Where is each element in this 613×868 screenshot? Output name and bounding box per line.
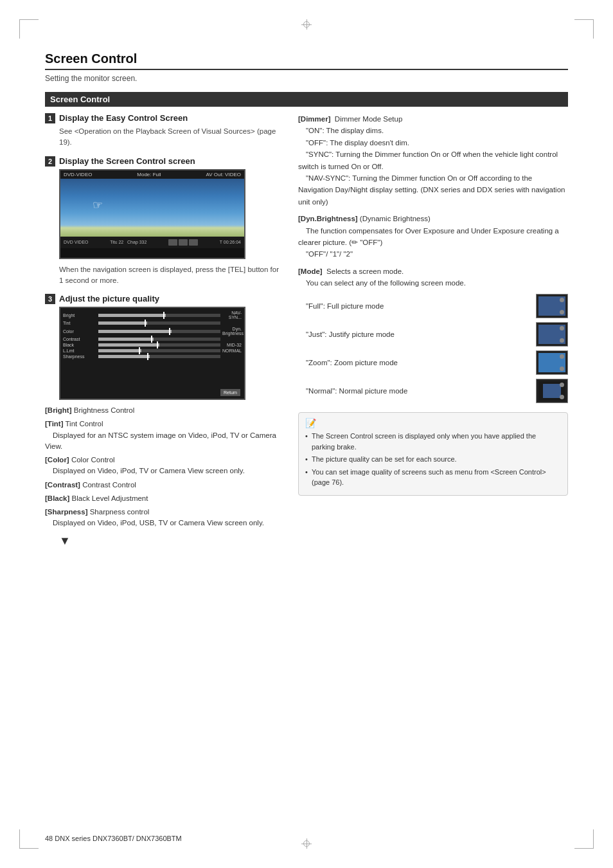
bottom-bar-right: T 00:26:04 <box>220 240 241 244</box>
mode-full-row: "Full": Full picture mode <box>306 294 568 318</box>
corner-mark-br <box>574 829 594 849</box>
step-3-number: 3 <box>45 294 55 304</box>
mode-just-thumb <box>536 322 568 347</box>
tint-thumb <box>145 320 146 327</box>
color-thumb <box>169 328 170 335</box>
left-column: 1 Display the Easy Control Screen See <O… <box>45 113 283 556</box>
sharpness-label: Sharpness <box>63 354 96 359</box>
screen-bottom-bar: DVD VIDEO Tit≤ 22 Chap 332 T 00:26:04 <box>60 237 244 248</box>
screen-content-area: ☞ <box>60 179 244 237</box>
mode-dot <box>560 383 564 387</box>
adjust-screen-sim: Bright NAV-SYN... Tint <box>59 307 245 400</box>
mode-normal-row: "Normal": Normal picture mode <box>306 379 568 403</box>
mode-full-thumb <box>536 294 568 318</box>
note-3: You can set image quality of screens suc… <box>305 467 561 488</box>
note-2: The picture quality can be set for each … <box>305 454 561 465</box>
corner-mark-tr <box>574 19 594 39</box>
sharpness-slider <box>98 355 220 358</box>
adjust-row-tint: Tint <box>63 321 242 325</box>
color-val: Dyn. Brightness <box>222 327 242 336</box>
hand-cursor-icon: ☞ <box>93 198 103 212</box>
llmt-fill <box>98 349 141 352</box>
corner-mark-tl <box>19 19 39 39</box>
mode-dot <box>560 326 564 330</box>
note-1: The Screen Control screen is displayed o… <box>305 431 561 452</box>
mode-normal-label: "Normal": Normal picture mode <box>306 387 531 395</box>
llmt-label: L.Lmt <box>63 348 96 353</box>
screen-simulation-step2: DVD-VIDEO Mode: Full AV Out: VIDEO ☞ DVD… <box>59 169 245 259</box>
black-slider <box>98 343 220 347</box>
step-2-label: Display the Screen Control screen <box>59 156 195 166</box>
adjust-row-sharpness: Sharpness <box>63 354 242 359</box>
mode-dot <box>560 338 564 343</box>
tint-label: Tint <box>63 321 96 325</box>
param-mode: [Mode] Selects a screen mode. You can se… <box>298 266 568 289</box>
mode-dot <box>560 298 564 302</box>
tint-slider <box>98 321 220 325</box>
llmt-thumb <box>139 347 140 354</box>
adjust-row-contrast: Contrast <box>63 337 242 341</box>
bright-label: Bright <box>63 313 96 318</box>
contrast-fill <box>98 338 154 341</box>
ctrl-btn-3 <box>189 239 198 246</box>
ctrl-btn-2 <box>179 239 188 246</box>
llmt-slider <box>98 349 220 352</box>
bright-slider <box>98 314 220 317</box>
bright-thumb <box>163 312 164 319</box>
return-button[interactable]: Return <box>220 389 240 396</box>
step-1: 1 Display the Easy Control Screen See <O… <box>45 113 283 149</box>
corner-mark-bl <box>19 829 39 849</box>
black-thumb <box>157 341 158 348</box>
param-list-left: [Bright] Brightness Control [Tint] Tint … <box>45 405 283 529</box>
top-bar-right: AV Out: VIDEO <box>206 172 241 177</box>
mode-just-row: "Just": Justify picture mode <box>306 322 568 347</box>
black-label: Black <box>63 343 96 347</box>
param-sharpness: [Sharpness] Sharpness control Displayed … <box>45 507 283 529</box>
page-footer: 48 DNX series DNX7360BT/ DNX7360BTM <box>45 835 182 842</box>
llmt-val: NORMAL <box>222 348 242 353</box>
section-box: Screen Control <box>45 92 568 107</box>
ctrl-btn-1 <box>168 239 177 246</box>
note-box: 📝 The Screen Control screen is displayed… <box>298 412 568 496</box>
param-dimmer: [Dimmer] Dimmer Mode Setup "ON": The dis… <box>298 113 568 208</box>
step-3: 3 Adjust the picture quality Bright NAV-… <box>45 294 283 548</box>
param-contrast: [Contrast] Contrast Control <box>45 480 283 491</box>
step-2-number: 2 <box>45 156 55 167</box>
param-color: [Color] Color Control Displayed on Video… <box>45 455 283 477</box>
top-bar-left: DVD-VIDEO <box>64 172 92 177</box>
param-dyn-brightness: [Dyn.Brightness] (Dynamic Brightness) Th… <box>298 213 568 260</box>
mode-zoom-label: "Zoom": Zoom picture mode <box>306 359 531 366</box>
step-2-desc: When the navigation screen is displayed,… <box>59 264 283 287</box>
page-subtitle: Setting the monitor screen. <box>45 74 568 83</box>
adjust-row-black: Black MID-32 <box>63 343 242 347</box>
step-3-label: Adjust the picture quality <box>59 294 159 303</box>
crosshair-bottom <box>301 838 312 849</box>
bottom-bar-middle: Tit≤ 22 Chap 332 <box>110 240 147 244</box>
adjust-row-bright: Bright NAV-SYN... <box>63 311 242 320</box>
bottom-arrow: ▼ <box>59 534 283 548</box>
contrast-thumb <box>151 336 152 343</box>
mode-just-label: "Just": Justify picture mode <box>306 330 531 338</box>
black-val: MID-32 <box>222 343 242 347</box>
adjust-row-color: Color Dyn. Brightness <box>63 327 242 336</box>
screen-top-bar: DVD-VIDEO Mode: Full AV Out: VIDEO <box>60 170 244 179</box>
sharpness-fill <box>98 355 150 358</box>
black-fill <box>98 343 159 347</box>
mode-zoom-thumb <box>536 350 568 375</box>
right-column: [Dimmer] Dimmer Mode Setup "ON": The dis… <box>298 113 568 556</box>
color-label: Color <box>63 329 96 334</box>
step-2: 2 Display the Screen Control screen DVD-… <box>45 156 283 287</box>
crosshair-top <box>301 19 312 30</box>
mode-normal-thumb <box>536 379 568 403</box>
step-1-desc: See <Operation on the Playback Screen of… <box>59 126 283 149</box>
tint-fill <box>98 321 147 325</box>
contrast-slider <box>98 338 220 341</box>
adjust-row-llmt: L.Lmt NORMAL <box>63 348 242 353</box>
page-title: Screen Control <box>45 51 568 70</box>
color-slider <box>98 330 220 333</box>
step-3-header: 3 Adjust the picture quality <box>45 294 283 304</box>
mode-full-label: "Full": Full picture mode <box>306 302 531 310</box>
contrast-label: Contrast <box>63 337 96 341</box>
step-1-number: 1 <box>45 113 55 123</box>
mode-dot <box>560 395 564 399</box>
